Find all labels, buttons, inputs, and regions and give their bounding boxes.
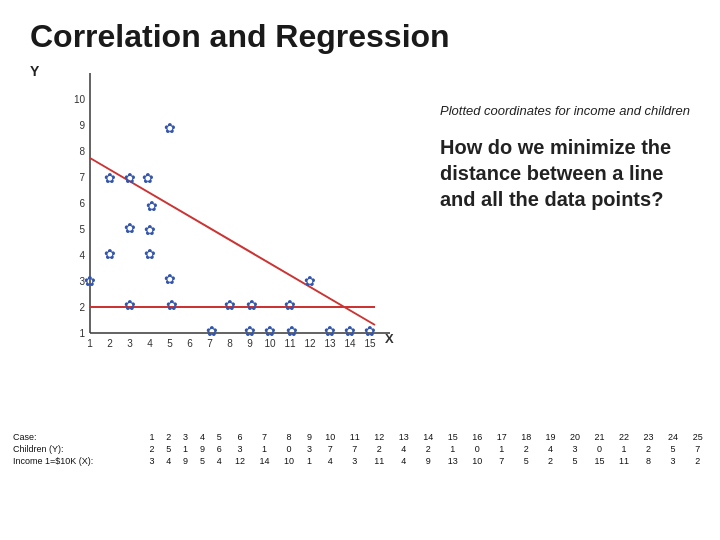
svg-text:13: 13 [324,338,336,349]
svg-text:6: 6 [187,338,193,349]
svg-text:✿: ✿ [224,297,236,313]
row-value: 8 [636,455,660,467]
case-value: 4 [194,431,211,443]
row-value: 4 [538,443,562,455]
svg-text:✿: ✿ [284,297,296,313]
row-value: 2 [367,443,391,455]
svg-text:10: 10 [264,338,276,349]
svg-text:✿: ✿ [124,297,136,313]
svg-text:✿: ✿ [246,297,258,313]
plotted-label: Plotted coordinates for income and child… [440,103,700,118]
row-value: 11 [612,455,636,467]
case-value: 1 [144,431,161,443]
row-value: 0 [277,443,301,455]
case-label: Case: [10,431,144,443]
row-value: 4 [318,455,342,467]
row-value: 3 [661,455,685,467]
row-value: 2 [636,443,660,455]
svg-text:✿: ✿ [324,323,336,339]
svg-text:14: 14 [344,338,356,349]
svg-text:✿: ✿ [206,323,218,339]
case-value: 18 [514,431,538,443]
svg-text:5: 5 [167,338,173,349]
svg-text:✿: ✿ [104,170,116,186]
case-value: 6 [228,431,252,443]
row-value: 5 [194,455,211,467]
svg-text:8: 8 [227,338,233,349]
case-value: 7 [252,431,276,443]
svg-text:✿: ✿ [344,323,356,339]
row-value: 1 [489,443,513,455]
svg-text:8: 8 [79,146,85,157]
row-value: 3 [563,443,587,455]
row-value: 0 [465,443,489,455]
case-value: 19 [538,431,562,443]
row-value: 4 [391,443,415,455]
svg-text:✿: ✿ [142,170,154,186]
row-value: 9 [177,455,194,467]
row-value: 6 [211,443,228,455]
svg-text:1: 1 [79,328,85,339]
svg-text:3: 3 [127,338,133,349]
svg-text:✿: ✿ [104,246,116,262]
row-value: 7 [318,443,342,455]
row-value: 1 [612,443,636,455]
svg-text:4: 4 [79,250,85,261]
row-value: 0 [587,443,611,455]
case-value: 22 [612,431,636,443]
row-value: 4 [391,455,415,467]
case-value: 5 [211,431,228,443]
row-value: 2 [538,455,562,467]
row-value: 4 [211,455,228,467]
row-value: 10 [277,455,301,467]
row-value: 5 [160,443,177,455]
row-value: 9 [416,455,440,467]
svg-text:15: 15 [364,338,376,349]
row-value: 5 [661,443,685,455]
case-value: 15 [440,431,464,443]
case-value: 3 [177,431,194,443]
svg-text:✿: ✿ [124,170,136,186]
case-value: 2 [160,431,177,443]
row-value: 7 [489,455,513,467]
svg-text:1: 1 [87,338,93,349]
case-value: 11 [343,431,367,443]
svg-text:✿: ✿ [124,220,136,236]
case-value: 13 [391,431,415,443]
chart-area: Y 1 2 3 4 5 6 7 8 9 10 [20,63,420,423]
svg-text:2: 2 [79,302,85,313]
svg-text:2: 2 [107,338,113,349]
row-value: 4 [160,455,177,467]
row-value: 12 [228,455,252,467]
svg-text:✿: ✿ [84,273,96,289]
row-value: 2 [144,443,161,455]
svg-text:X: X [385,331,394,346]
row-value: 1 [252,443,276,455]
row-value: 14 [252,455,276,467]
svg-text:5: 5 [79,224,85,235]
y-axis-label: Y [30,63,39,79]
row-value: 3 [343,455,367,467]
svg-text:10: 10 [74,94,86,105]
row-value: 1 [177,443,194,455]
row-value: 1 [301,455,318,467]
row-value: 7 [343,443,367,455]
row-value: 5 [514,455,538,467]
case-value: 10 [318,431,342,443]
row-value: 11 [367,455,391,467]
svg-text:12: 12 [304,338,316,349]
svg-text:9: 9 [247,338,253,349]
svg-text:✿: ✿ [144,246,156,262]
row-value: 3 [228,443,252,455]
row-value: 15 [587,455,611,467]
row-value: 13 [440,455,464,467]
row-value: 9 [194,443,211,455]
case-value: 21 [587,431,611,443]
row-label: Children (Y): [10,443,144,455]
svg-text:✿: ✿ [286,323,298,339]
svg-text:9: 9 [79,120,85,131]
svg-text:✿: ✿ [144,222,156,238]
case-value: 24 [661,431,685,443]
svg-text:✿: ✿ [146,198,158,214]
svg-text:7: 7 [207,338,213,349]
